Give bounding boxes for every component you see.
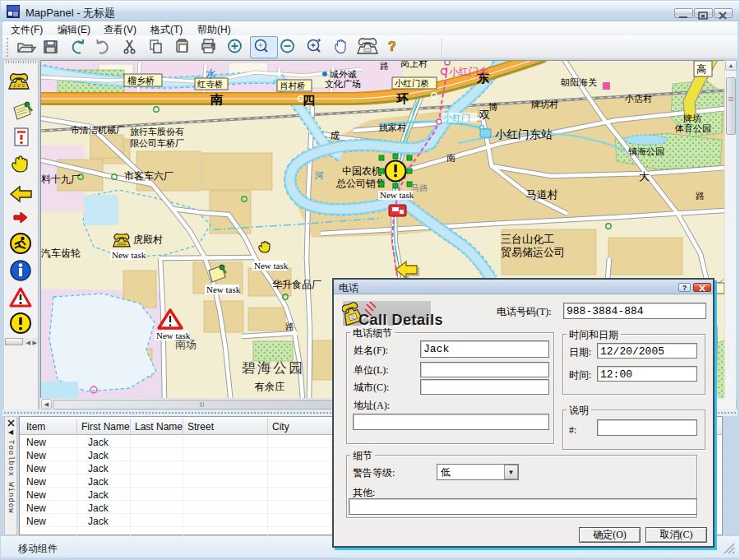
svg-text:New task: New task [206, 285, 241, 294]
svg-text:New task: New task [156, 331, 191, 340]
svg-text:New task: New task [112, 250, 146, 260]
svg-text:?: ? [388, 39, 396, 55]
svg-text:New task: New task [254, 261, 289, 271]
svg-text:New task: New task [380, 190, 414, 200]
